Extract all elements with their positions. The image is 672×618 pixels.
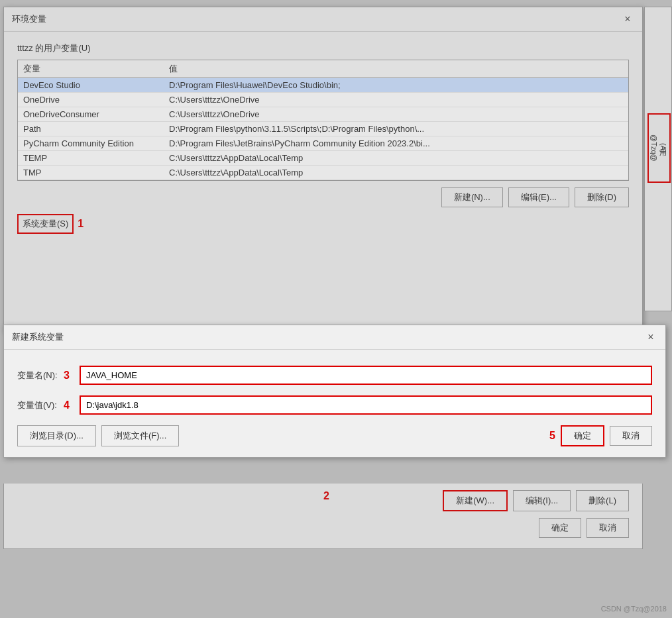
table-cell-val: C:\Users\tttzz\OneDrive (169, 109, 623, 119)
new-var-cancel-button[interactable]: 取消 (610, 426, 652, 446)
col-val-header: 值 (169, 63, 178, 75)
user-vars-new-button[interactable]: 新建(N)... (441, 187, 503, 207)
browse-dir-button[interactable]: 浏览目录(D)... (17, 425, 96, 446)
col-var-header: 变量 (23, 63, 169, 75)
new-var-btn-right: 5 确定 取消 (549, 425, 652, 446)
env-dialog-content: tttzz 的用户变量(U) 变量 值 DevEco StudioD:\Prog… (4, 32, 642, 244)
table-cell-val: C:\Users\tttzz\AppData\Local\Temp (169, 153, 623, 163)
new-var-dialog-titlebar: 新建系统变量 × (4, 325, 665, 350)
browse-file-button[interactable]: 浏览文件(F)... (101, 425, 179, 446)
user-vars-table: 变量 值 DevEco StudioD:\Program Files\Huawe… (17, 60, 629, 181)
env-dialog: 环境变量 × tttzz 的用户变量(U) 变量 值 DevEco Studio… (3, 7, 643, 331)
sys-vars-edit-button[interactable]: 编辑(I)... (513, 490, 571, 511)
env-bottom-btn-row: 确定 取消 (17, 518, 629, 538)
user-vars-btn-row: 新建(N)... 编辑(E)... 删除(D) (17, 187, 629, 207)
var-value-input[interactable] (80, 395, 652, 415)
step5-marker: 5 (549, 430, 555, 442)
sys-vars-label: 系统变量(S) (17, 214, 74, 234)
right-panel: 用(A)@Tzq@ (644, 7, 672, 311)
table-cell-var: PyCharm Community Edition (23, 138, 169, 148)
table-row[interactable]: OneDriveC:\Users\tttzz\OneDrive (18, 93, 628, 107)
env-ok-button[interactable]: 确定 (539, 518, 581, 538)
table-cell-val: D:\Program Files\JetBrains\PyCharm Commu… (169, 138, 623, 148)
new-var-dialog-title: 新建系统变量 (12, 331, 64, 343)
table-cell-var: DevEco Studio (23, 80, 169, 90)
step3-marker: 3 (64, 370, 80, 382)
step1-marker: 1 (78, 218, 84, 230)
var-value-label: 变量值(V): (17, 399, 64, 411)
step4-marker: 4 (64, 399, 80, 411)
table-row[interactable]: DevEco StudioD:\Program Files\Huawei\Dev… (18, 78, 628, 93)
table-row[interactable]: TEMPC:\Users\tttzz\AppData\Local\Temp (18, 151, 628, 166)
env-cancel-button[interactable]: 取消 (587, 518, 629, 538)
new-var-dialog: 新建系统变量 × 变量名(N): 3 变量值(V): 4 浏览目录(D)... … (3, 325, 666, 458)
table-row[interactable]: TMPC:\Users\tttzz\AppData\Local\Temp (18, 166, 628, 180)
sys-vars-delete-button[interactable]: 删除(L) (576, 490, 629, 511)
var-name-row: 变量名(N): 3 (17, 366, 652, 385)
new-var-content: 变量名(N): 3 变量值(V): 4 浏览目录(D)... 浏览文件(F)..… (4, 350, 665, 457)
sys-vars-btn-row: 新建(W)... 编辑(I)... 删除(L) 2 (17, 490, 629, 511)
new-var-btn-row: 浏览目录(D)... 浏览文件(F)... 5 确定 取消 (17, 425, 652, 446)
new-var-btn-left: 浏览目录(D)... 浏览文件(F)... (17, 425, 179, 446)
table-cell-val: D:\Program Files\Huawei\DevEco Studio\bi… (169, 80, 623, 90)
var-name-label: 变量名(N): (17, 370, 64, 382)
table-cell-val: D:\Program Files\python\3.11.5\Scripts\;… (169, 124, 623, 134)
var-name-input[interactable] (80, 366, 652, 385)
table-cell-val: C:\Users\tttzz\AppData\Local\Temp (169, 168, 623, 178)
new-var-dialog-close-button[interactable]: × (644, 331, 657, 344)
sys-vars-new-button[interactable]: 新建(W)... (443, 490, 508, 511)
env-dialog-close-button[interactable]: × (621, 13, 634, 26)
env-dialog-title: 环境变量 (12, 13, 46, 25)
table-row[interactable]: PyCharm Community EditionD:\Program File… (18, 136, 628, 151)
right-panel-label: 用(A)@Tzq@ (650, 134, 667, 162)
watermark: CSDN @Tzq@2018 (601, 605, 667, 613)
table-cell-var: OneDriveConsumer (23, 109, 169, 119)
right-panel-btn[interactable]: 用(A)@Tzq@ (647, 113, 671, 183)
step2-marker-bottom: 2 (323, 490, 329, 502)
env-bottom: 新建(W)... 编辑(I)... 删除(L) 2 确定 取消 (3, 484, 643, 549)
table-cell-var: Path (23, 124, 169, 134)
user-vars-edit-button[interactable]: 编辑(E)... (508, 187, 569, 207)
table-cell-var: TMP (23, 168, 169, 178)
table-header: 变量 值 (18, 60, 628, 78)
table-row[interactable]: OneDriveConsumerC:\Users\tttzz\OneDrive (18, 107, 628, 122)
sys-vars-section: 系统变量(S) 1 (17, 214, 629, 234)
table-row[interactable]: PathD:\Program Files\python\3.11.5\Scrip… (18, 122, 628, 136)
user-vars-section-title: tttzz 的用户变量(U) (17, 42, 629, 54)
user-vars-delete-button[interactable]: 删除(D) (575, 187, 629, 207)
env-dialog-titlebar: 环境变量 × (4, 7, 642, 32)
var-value-row: 变量值(V): 4 (17, 395, 652, 415)
table-cell-val: C:\Users\tttzz\OneDrive (169, 95, 623, 105)
table-cell-var: TEMP (23, 153, 169, 163)
table-cell-var: OneDrive (23, 95, 169, 105)
new-var-ok-button[interactable]: 确定 (561, 425, 604, 446)
